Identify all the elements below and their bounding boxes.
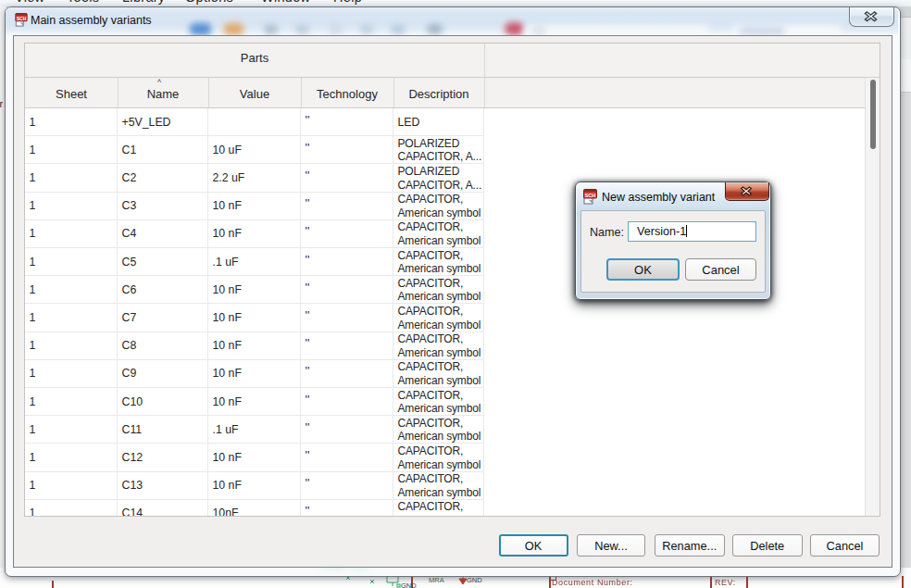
svg-text:SCH: SCH xyxy=(17,17,27,21)
svg-text:SCH: SCH xyxy=(585,193,596,198)
